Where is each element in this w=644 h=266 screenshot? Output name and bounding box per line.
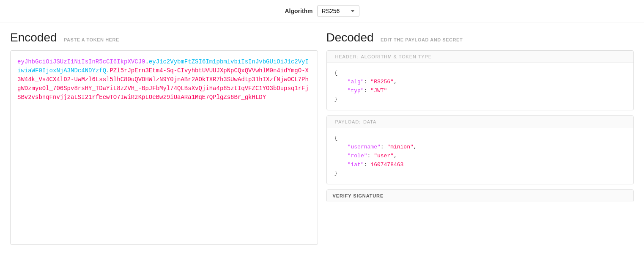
- json-line: }: [334, 169, 626, 178]
- json-line: }: [334, 95, 626, 104]
- encoded-panel: Encoded PASTE A TOKEN HERE eyJhbGciOiJSU…: [10, 31, 318, 245]
- decoded-panel: Decoded EDIT THE PAYLOAD AND SECRET HEAD…: [326, 31, 634, 245]
- main-layout: Encoded PASTE A TOKEN HERE eyJhbGciOiJSU…: [0, 22, 644, 253]
- json-line: "iat": 1607478463: [334, 161, 626, 170]
- decoded-title: Decoded: [326, 31, 374, 44]
- encoded-title: Encoded: [10, 31, 57, 44]
- encoded-token-box[interactable]: eyJhbGciOiJSUzI1NiIsInR5cCI6IkpXVCJ9.eyJ…: [10, 50, 318, 245]
- algorithm-select[interactable]: HS256 HS384 HS512 RS256 RS384 RS512: [317, 5, 359, 17]
- decoded-verify-section: VERIFY SIGNATURE: [326, 189, 634, 202]
- decoded-subtitle: EDIT THE PAYLOAD AND SECRET: [381, 37, 463, 42]
- decoded-payload-sublabel: DATA: [363, 119, 376, 124]
- json-line: {: [334, 69, 626, 78]
- json-line: "alg": "RS256",: [334, 78, 626, 87]
- json-line: "role": "user",: [334, 152, 626, 161]
- token-dot-1: .: [145, 58, 148, 65]
- decoded-header-section: HEADER:ALGORITHM & TOKEN TYPE { "alg": "…: [326, 50, 634, 110]
- encoded-subtitle: PASTE A TOKEN HERE: [64, 37, 119, 42]
- decoded-payload-body[interactable]: { "username": "minion", "role": "user", …: [327, 128, 634, 184]
- decoded-payload-section: PAYLOAD:DATA { "username": "minion", "ro…: [326, 115, 634, 184]
- verify-signature-label: VERIFY SIGNATURE: [327, 190, 634, 202]
- encoded-header: Encoded PASTE A TOKEN HERE: [10, 31, 318, 44]
- decoded-header-body[interactable]: { "alg": "RS256", "typ": "JWT" }: [327, 63, 634, 110]
- decoded-payload-label: PAYLOAD:DATA: [327, 116, 634, 128]
- json-line: "typ": "JWT": [334, 87, 626, 96]
- json-line: "username": "minion",: [334, 143, 626, 152]
- json-line: {: [334, 134, 626, 143]
- algorithm-label: Algorithm: [285, 8, 312, 14]
- decoded-header: Decoded EDIT THE PAYLOAD AND SECRET: [326, 31, 634, 44]
- top-bar: Algorithm HS256 HS384 HS512 RS256 RS384 …: [0, 0, 644, 22]
- decoded-header-label: HEADER:ALGORITHM & TOKEN TYPE: [327, 51, 634, 63]
- token-part1: eyJhbGciOiJSUzI1NiIsInR5cCI6IkpXVCJ9: [17, 58, 145, 65]
- decoded-header-sublabel: ALGORITHM & TOKEN TYPE: [361, 54, 432, 59]
